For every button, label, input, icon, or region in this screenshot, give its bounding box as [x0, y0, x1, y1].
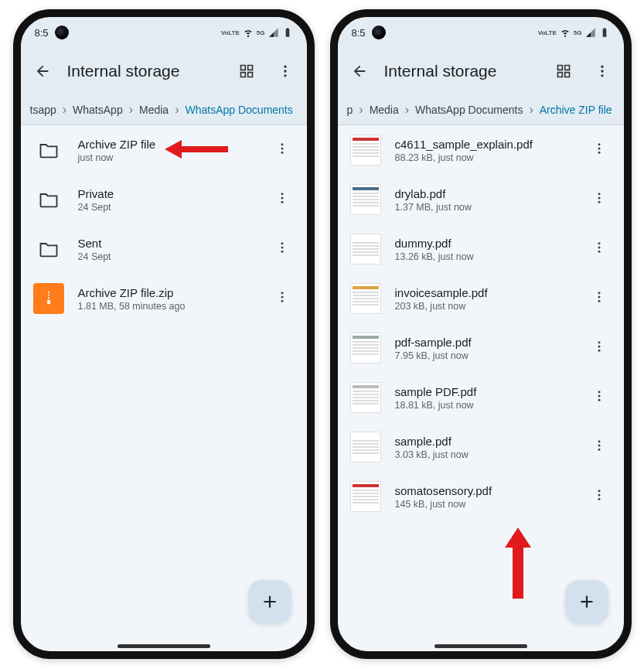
power-button [624, 257, 628, 326]
file-name: dummy.pdf [395, 237, 573, 250]
file-meta: 24 Sept [78, 251, 256, 262]
file-row[interactable]: somatosensory.pdf145 kB, just now [338, 472, 624, 521]
overflow-menu-button[interactable] [588, 57, 616, 85]
file-row[interactable]: c4611_sample_explain.pdf88.23 kB, just n… [338, 125, 624, 175]
breadcrumb-item[interactable]: tsapp [24, 99, 63, 121]
svg-point-22 [598, 197, 600, 200]
file-row[interactable]: pdf-sample.pdf7.95 kB, just now [338, 323, 624, 373]
file-meta: 18.81 kB, just now [395, 400, 573, 411]
svg-point-1 [284, 70, 286, 72]
plus-icon [260, 592, 280, 612]
file-name: c4611_sample_explain.pdf [395, 138, 573, 151]
svg-point-11 [281, 251, 283, 253]
file-list[interactable]: Archive ZIP filejust nowPrivate24 SeptSe… [21, 125, 307, 651]
status-time: 8:5 [35, 27, 49, 39]
grid-view-button[interactable] [550, 57, 578, 85]
grid-view-button[interactable] [233, 57, 261, 85]
volume-button [334, 234, 338, 272]
svg-point-12 [281, 292, 283, 294]
file-row[interactable]: sample.pdf3.03 kB, just now [338, 422, 624, 472]
app-bar: Internal storage [338, 48, 624, 94]
file-name: Archive ZIP file [78, 138, 256, 151]
pdf-thumbnail [350, 283, 381, 314]
row-more-button[interactable] [587, 290, 612, 307]
wifi-icon [560, 27, 571, 38]
breadcrumb-item[interactable]: Archive ZIP file [533, 99, 618, 121]
app-bar: Internal storage [21, 48, 307, 94]
row-more-button[interactable] [587, 439, 612, 456]
fab-add[interactable] [248, 580, 291, 623]
svg-point-0 [284, 66, 286, 68]
network-5g: 5G [574, 29, 582, 36]
row-more-button[interactable] [587, 241, 612, 258]
svg-point-17 [601, 74, 603, 77]
row-more-button[interactable] [270, 191, 295, 208]
pdf-thumbnail [350, 135, 381, 166]
svg-point-35 [598, 399, 600, 401]
file-name: Private [78, 187, 256, 200]
row-more-button[interactable] [270, 290, 295, 307]
svg-point-28 [598, 296, 600, 299]
file-meta: 7.95 kB, just now [395, 350, 573, 361]
row-more-button[interactable] [587, 191, 612, 208]
svg-point-8 [281, 201, 283, 203]
volume-button [17, 234, 21, 272]
file-name: invoicesample.pdf [395, 286, 573, 299]
more-vert-icon [592, 241, 606, 254]
breadcrumb[interactable]: tsapp›WhatsApp›Media›WhatsApp Documents [21, 94, 307, 125]
breadcrumb-item[interactable]: p [341, 99, 359, 121]
svg-point-24 [598, 242, 600, 244]
svg-point-9 [281, 242, 283, 244]
breadcrumb-item[interactable]: WhatsApp Documents [409, 99, 529, 121]
breadcrumb[interactable]: p›Media›WhatsApp Documents›Archive ZIP f… [338, 94, 624, 125]
zip-icon [33, 283, 64, 314]
back-button[interactable] [29, 57, 56, 85]
more-vert-icon [275, 290, 289, 304]
breadcrumb-item[interactable]: Media [133, 99, 175, 121]
breadcrumb-item[interactable]: WhatsApp [66, 99, 129, 121]
file-row[interactable]: sample PDF.pdf18.81 kB, just now [338, 373, 624, 422]
file-row[interactable]: Archive ZIP file.zip1.81 MB, 58 minutes … [21, 274, 307, 323]
pdf-thumbnail [350, 184, 381, 215]
row-more-button[interactable] [587, 142, 612, 159]
file-name: sample.pdf [395, 435, 573, 448]
row-more-button[interactable] [270, 142, 295, 159]
page-title: Internal storage [384, 62, 539, 80]
row-more-button[interactable] [587, 340, 612, 357]
file-meta: 1.81 MB, 58 minutes ago [78, 301, 256, 312]
svg-point-15 [601, 66, 603, 68]
row-more-button[interactable] [587, 389, 612, 406]
more-vert-icon [592, 488, 606, 502]
status-bar: 8:5 VoLTE 5G [338, 17, 624, 48]
volume-button [334, 280, 338, 350]
pdf-thumbnail [350, 234, 381, 265]
svg-point-34 [598, 395, 600, 398]
svg-point-38 [598, 449, 600, 451]
phone-right: 8:5 VoLTE 5G Internal storage p›M [330, 9, 632, 659]
svg-point-25 [598, 247, 600, 249]
breadcrumb-item[interactable]: Media [363, 99, 405, 121]
power-button [307, 257, 311, 326]
status-bar: 8:5 VoLTE 5G [21, 17, 307, 48]
file-row[interactable]: drylab.pdf1.37 MB, just now [338, 175, 624, 224]
signal-icon [585, 27, 596, 38]
row-more-button[interactable] [270, 241, 295, 258]
file-list[interactable]: c4611_sample_explain.pdf88.23 kB, just n… [338, 125, 624, 651]
file-row[interactable]: Sent24 Sept [21, 224, 307, 274]
back-button[interactable] [346, 57, 373, 85]
row-more-button[interactable] [587, 488, 612, 505]
svg-point-3 [281, 143, 283, 145]
file-row[interactable]: Archive ZIP filejust now [21, 125, 307, 175]
file-row[interactable]: invoicesample.pdf203 kB, just now [338, 274, 624, 323]
network-label: VoLTE [538, 29, 557, 36]
svg-point-40 [598, 494, 600, 497]
breadcrumb-item[interactable]: WhatsApp Documents [179, 99, 298, 121]
overflow-menu-button[interactable] [271, 57, 299, 85]
file-row[interactable]: dummy.pdf13.26 kB, just now [338, 224, 624, 274]
more-vert-icon [592, 439, 606, 452]
fab-add[interactable] [565, 580, 608, 623]
file-row[interactable]: Private24 Sept [21, 175, 307, 224]
more-vert-icon [592, 340, 606, 353]
more-vert-icon [592, 389, 606, 403]
svg-point-32 [598, 350, 600, 352]
